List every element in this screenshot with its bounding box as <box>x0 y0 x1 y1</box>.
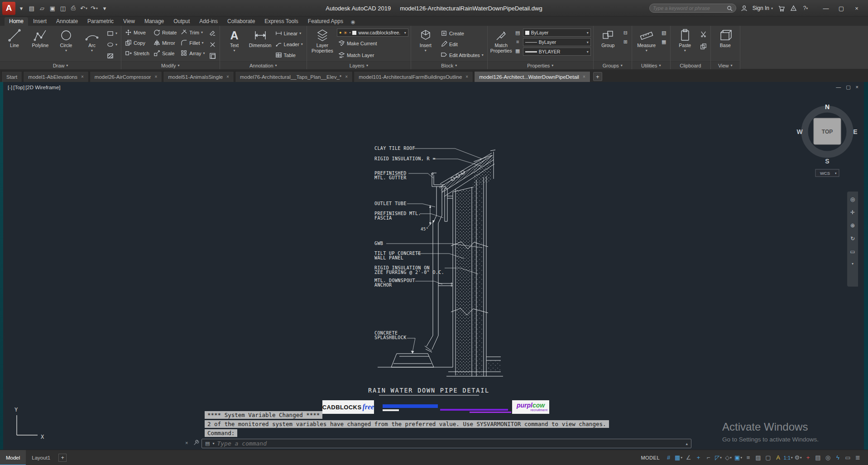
command-recent-icon[interactable]: ▤ <box>205 441 210 446</box>
text-button[interactable]: A Text▾ <box>222 27 247 61</box>
group-button[interactable]: Group <box>596 27 620 61</box>
selection-cycling-icon[interactable]: ▢ <box>763 453 773 463</box>
edit-attributes-button[interactable]: Edit Attributes▾ <box>439 50 485 60</box>
ribbon-tab-addins[interactable]: Add-ins <box>195 17 222 26</box>
insert-button[interactable]: Insert▾ <box>413 27 438 61</box>
ribbon-tab-manage[interactable]: Manage <box>140 17 168 26</box>
edit-block-button[interactable]: Edit <box>439 39 485 49</box>
command-close-icon[interactable]: × <box>185 440 188 446</box>
layer-select-dropdown[interactable]: ● ☀ ▪ www.cadblocksfree. ▾ <box>337 29 408 37</box>
lineweight-dropdown[interactable]: BYLAYER▾ <box>523 48 591 56</box>
panel-label-annotation[interactable]: Annotation▾ <box>220 61 307 69</box>
model-space-button[interactable]: MODEL <box>641 455 660 460</box>
autocad-app-icon[interactable]: A <box>2 2 15 15</box>
erase-button[interactable] <box>208 28 217 38</box>
wcs-caret-icon[interactable]: ▾ <box>835 172 837 175</box>
file-tab[interactable]: model76-Architectural__Taps_Plan__Elev_*… <box>235 71 353 82</box>
line-button[interactable]: Line <box>2 27 27 61</box>
tab-close-icon[interactable]: × <box>226 74 229 79</box>
create-block-button[interactable]: Create <box>439 28 485 38</box>
navigation-wheel-icon[interactable]: ◎ <box>850 196 855 202</box>
layout1-tab[interactable]: Layout1 <box>26 450 56 465</box>
new-drawing-tab-button[interactable]: + <box>593 72 602 81</box>
zoom-icon[interactable]: ⊕ <box>850 222 855 229</box>
explode-button[interactable] <box>208 39 217 50</box>
file-tab[interactable]: model26-AirCompressor× <box>90 71 162 82</box>
panel-label-layers[interactable]: Layers▾ <box>307 61 411 69</box>
layer-thaw-icon[interactable]: ☀ <box>343 30 347 35</box>
maximize-button[interactable]: ▢ <box>834 2 849 14</box>
sign-in-button[interactable]: Sign In▾ <box>753 5 773 11</box>
help-icon[interactable]: ?▾ <box>801 4 810 12</box>
layer-properties-button[interactable]: Layer Properties <box>309 27 336 61</box>
file-tab-start[interactable]: Start <box>1 71 22 82</box>
showmotion-icon[interactable]: ▭ <box>850 249 855 255</box>
command-scroll-up-icon[interactable]: ▴ <box>686 441 688 446</box>
new-layout-button[interactable]: + <box>58 454 67 462</box>
array-button[interactable]: Array▾ <box>179 48 206 58</box>
annotation-scale-button[interactable]: 1:1▾ <box>783 453 793 463</box>
paste-button[interactable]: Paste▾ <box>673 27 697 61</box>
viewcube[interactable]: N W E S TOP WCS ▾ <box>793 98 864 195</box>
a360-icon[interactable] <box>740 4 748 12</box>
minimize-button[interactable]: — <box>818 2 834 14</box>
isolate-objects-icon[interactable]: ◎ <box>823 453 833 463</box>
grid-icon[interactable]: # <box>664 453 673 463</box>
cad-drawing[interactable]: CLAY TILE ROOF RIGID INSULATION, R = PRE… <box>3 82 864 450</box>
quick-select-icon[interactable]: ▧ <box>660 29 668 36</box>
close-button[interactable]: × <box>849 2 864 14</box>
dynamic-input-icon[interactable]: + <box>694 453 703 463</box>
viewcube-south[interactable]: S <box>825 158 829 165</box>
circle-button[interactable]: Circle▾ <box>54 27 78 61</box>
file-tab[interactable]: model101-ArchitecturalFarmBuildingsOutli… <box>354 71 473 82</box>
ribbon-tab-express-tools[interactable]: Express Tools <box>260 17 302 26</box>
ellipse-button[interactable]: ▾ <box>106 39 119 50</box>
lineweight-list-icon[interactable]: ▦ <box>514 47 522 54</box>
search-input[interactable] <box>653 5 724 11</box>
panel-label-modify[interactable]: Modify▾ <box>121 61 220 69</box>
tab-close-icon[interactable]: × <box>345 74 348 79</box>
copy-button[interactable]: Copy <box>124 38 151 48</box>
ribbon-tab-annotate[interactable]: Annotate <box>52 17 82 26</box>
orbit-icon[interactable]: ↻ <box>850 235 855 242</box>
command-recent-caret-icon[interactable]: ▾ <box>212 441 214 446</box>
save-as-icon[interactable]: ◫ <box>58 3 67 13</box>
viewcube-north[interactable]: N <box>825 103 830 110</box>
panel-label-properties[interactable]: Properties▾ <box>488 61 593 69</box>
ungroup-icon[interactable]: ⊟ <box>622 29 629 36</box>
snap-icon[interactable]: ▦▾ <box>674 453 683 463</box>
lineweight-icon[interactable]: ≡ <box>743 453 753 463</box>
open-file-icon[interactable]: ▱ <box>38 3 47 13</box>
ribbon-tab-output[interactable]: Output <box>169 17 194 26</box>
scale-button[interactable]: Scale <box>152 48 178 58</box>
workspace-gear-icon[interactable]: ⚙▾ <box>793 453 803 463</box>
move-button[interactable]: Move <box>124 27 151 38</box>
stretch-button[interactable]: Stretch <box>124 48 151 58</box>
panel-label-utilities[interactable]: Utilities▾ <box>632 61 670 69</box>
copy-clip-button[interactable] <box>699 41 708 52</box>
wcs-label[interactable]: WCS <box>820 171 830 176</box>
layer-lock-icon[interactable]: ▪ <box>349 30 350 35</box>
ortho-icon[interactable]: ⌐ <box>704 453 713 463</box>
drawing-viewport[interactable]: [-] [Top] [2D Wireframe] — ▢ × <box>3 82 864 450</box>
hatch-button[interactable] <box>106 51 119 61</box>
panel-label-draw[interactable]: Draw▾ <box>0 61 121 69</box>
command-input[interactable] <box>217 440 683 447</box>
file-tab[interactable]: model51-AnimalsSingle× <box>163 71 234 82</box>
offset-button[interactable] <box>208 51 217 61</box>
ribbon-tab-view[interactable]: View <box>119 17 139 26</box>
panel-label-view[interactable]: View▾ <box>711 61 740 69</box>
file-tab[interactable]: model1-AbElevations× <box>23 71 89 82</box>
tab-close-icon[interactable]: × <box>465 74 468 79</box>
panel-label-clipboard[interactable]: Clipboard <box>671 61 710 69</box>
ribbon-tab-insert[interactable]: Insert <box>29 17 51 26</box>
color-picker-icon[interactable]: ▤ <box>514 29 522 36</box>
command-line[interactable]: ▤ ▾ ▴ <box>201 439 691 448</box>
plot-icon[interactable]: ⎙ <box>69 3 78 13</box>
ribbon-tab-featured-apps[interactable]: Featured Apps <box>303 17 348 26</box>
leader-button[interactable]: Leader▾ <box>274 39 304 49</box>
navbar-more-icon[interactable]: ▾ <box>852 262 854 266</box>
clean-screen-icon[interactable]: ▭ <box>843 453 853 463</box>
match-layer-button[interactable]: Match Layer <box>337 50 408 60</box>
annotation-monitor-icon[interactable]: + <box>803 453 813 463</box>
